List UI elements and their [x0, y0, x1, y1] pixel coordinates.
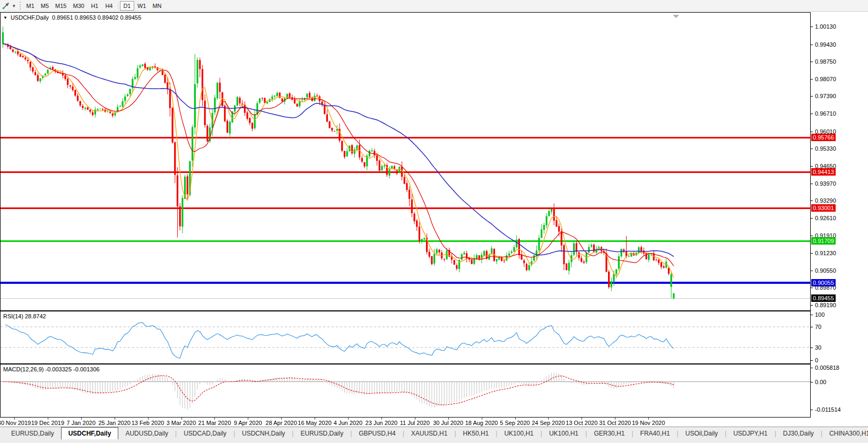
chart-tab-CHINA300-H1[interactable]: CHINA300,H1: [822, 427, 868, 439]
candle-body: [496, 259, 498, 261]
chart-tab-USDJPY-H1[interactable]: USDJPY,H1: [726, 427, 774, 439]
candle-body: [558, 226, 560, 231]
chart-tool-group[interactable]: ▾: [1, 2, 18, 10]
candle-body: [379, 160, 380, 170]
price-0.93970-tick: [811, 184, 813, 184]
candle-body: [419, 227, 420, 241]
price-level-label-0.94413: 0.94413: [811, 168, 836, 176]
chart-tab-USDCNH-Daily[interactable]: USDCNH,Daily: [235, 427, 292, 439]
price-0.90550-tick: [811, 271, 813, 271]
candle-body: [30, 62, 31, 68]
chart-tab-USDCHF-Daily[interactable]: USDCHF,Daily: [61, 427, 119, 439]
chevron-down-icon[interactable]: ▾: [11, 3, 17, 8]
date-label-3-Mar-2020: 3 Mar 2020: [167, 420, 196, 426]
date-label-11-Jul-2020: 11 Jul 2020: [400, 420, 430, 426]
timeframe-button-W1[interactable]: W1: [134, 1, 150, 11]
macd-indicator-panel[interactable]: MACD(12,26,9) -0.003325 -0.001306: [0, 364, 811, 418]
candle-body: [621, 249, 622, 256]
timeframe-button-M1[interactable]: M1: [23, 1, 38, 11]
chart-tab-FRA40-H1[interactable]: FRA40,H1: [633, 427, 677, 439]
rsi-scale-label: 0: [815, 357, 818, 363]
candle-body: [363, 162, 365, 167]
collapse-arrow-icon[interactable]: ▼: [3, 15, 7, 20]
price-0.91910-tick: [811, 236, 813, 236]
candle-body: [661, 263, 662, 267]
price-tick-label: 0.91230: [815, 250, 836, 256]
price-chart-canvas[interactable]: [1, 13, 810, 310]
candle-body: [504, 260, 505, 261]
candle-body: [87, 108, 89, 110]
price-tick-label: 0.92610: [815, 215, 836, 221]
candle-body: [538, 238, 540, 250]
candle-body: [34, 72, 36, 75]
candle-body: [24, 57, 26, 59]
macd-0.00-tick: [811, 382, 813, 383]
candle-body: [89, 110, 91, 112]
candle-body: [82, 106, 83, 108]
timeframe-button-M5[interactable]: M5: [38, 1, 52, 11]
chart-tab-EURUSD-Daily[interactable]: EURUSD,Daily: [293, 427, 350, 439]
candle-body: [122, 101, 124, 107]
date-label-31-Oct-2020: 31 Oct 2020: [599, 420, 631, 426]
chart-tab-bar: EURUSD,DailyUSDCHF,DailyAUDUSD,Daily|USD…: [0, 427, 868, 439]
price-axis[interactable]: 1.001300.994300.987500.980700.973900.967…: [811, 12, 868, 418]
main-chart-panel[interactable]: ▼ USDCHF,Daily 0.89651 0.89653 0.89402 0…: [0, 12, 811, 311]
rsi-canvas[interactable]: [1, 311, 810, 363]
candle-body: [144, 64, 146, 68]
candle-body: [446, 250, 448, 259]
price-level-label-0.90055: 0.90055: [811, 279, 836, 286]
chart-tab-HK50-H1[interactable]: HK50,H1: [456, 427, 496, 439]
rsi-indicator-panel[interactable]: RSI(14) 28.8742: [0, 311, 811, 364]
candle-body: [289, 93, 290, 97]
toolbar-grip[interactable]: [20, 2, 21, 10]
candle-body: [199, 60, 201, 69]
candle-body: [429, 252, 430, 257]
candle-body: [409, 190, 410, 199]
chart-tab-GER30-H1[interactable]: GER30,H1: [587, 427, 631, 439]
price-0.97390-tick: [811, 96, 813, 97]
timeframe-button-MN[interactable]: MN: [149, 1, 164, 11]
candle-body: [162, 71, 163, 75]
candle-body: [97, 109, 99, 110]
chart-tab-XAUUSD-H1[interactable]: XAUUSD,H1: [404, 427, 455, 439]
timeframe-button-H4[interactable]: H4: [102, 1, 116, 11]
candle-body: [129, 89, 131, 94]
candle-body: [398, 167, 400, 173]
chart-tab-UK100-H1[interactable]: UK100,H1: [497, 427, 540, 439]
chart-tab-USOil-Daily[interactable]: USOil,Daily: [679, 427, 725, 439]
chart-tab-GBPUSD-H4[interactable]: GBPUSD,H4: [352, 427, 402, 439]
horizontal-level-lines[interactable]: [1, 137, 810, 298]
candle-body: [548, 211, 550, 216]
chart-tab-UK100-H1[interactable]: UK100,H1: [542, 427, 585, 439]
candle-body: [543, 225, 545, 230]
chart-tab-DJ30-Daily[interactable]: DJ30,Daily: [776, 427, 821, 439]
candle-body: [536, 250, 537, 256]
timeframe-button-D1[interactable]: D1: [120, 1, 134, 11]
crosshair-tool-icon[interactable]: [2, 2, 10, 10]
date-axis[interactable]: 30 Nov 201919 Dec 20197 Jan 202025 Jan 2…: [0, 418, 868, 427]
timeframe-button-M30[interactable]: M30: [70, 1, 88, 11]
candle-body: [70, 85, 71, 86]
macd-canvas[interactable]: [1, 364, 810, 417]
candle-body: [506, 255, 507, 260]
candle-body: [102, 109, 103, 110]
candle-body: [498, 258, 500, 260]
timeframe-button-H1[interactable]: H1: [88, 1, 102, 11]
candle-body: [72, 86, 74, 90]
chart-tab-AUDUSD-Daily[interactable]: AUDUSD,Daily: [118, 427, 175, 439]
chart-shift-marker-icon: [673, 15, 679, 18]
candle-body: [301, 100, 303, 100]
candle-body: [45, 74, 46, 75]
candle-body: [444, 259, 445, 259]
candle-body: [555, 220, 557, 227]
chart-tab-USDCAD-Daily[interactable]: USDCAD,Daily: [177, 427, 233, 439]
timeframe-button-M15[interactable]: M15: [52, 1, 70, 11]
candle-body: [648, 255, 649, 260]
candle-body: [508, 254, 510, 256]
candle-body: [214, 98, 215, 112]
macd--0.011514-tick: [811, 410, 813, 410]
price-level-label-0.89455: 0.89455: [811, 294, 836, 302]
chart-tab-EURUSD-Daily[interactable]: EURUSD,Daily: [4, 427, 61, 439]
candle-body: [67, 79, 68, 85]
candle-body: [416, 221, 418, 227]
